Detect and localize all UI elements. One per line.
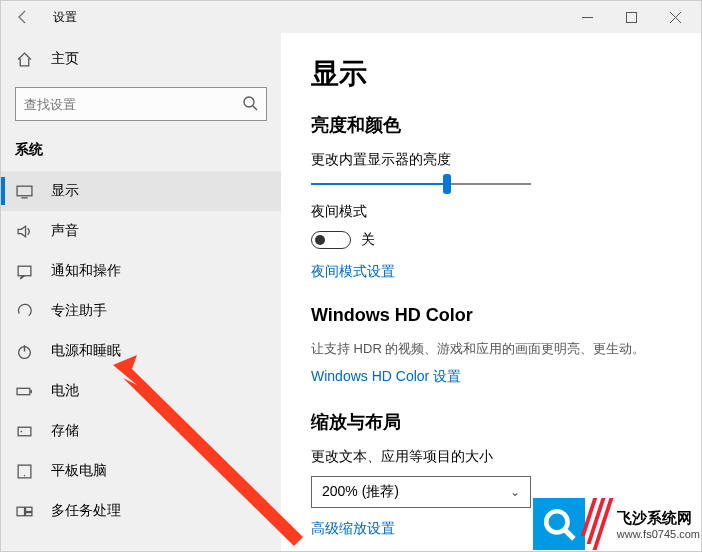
sidebar-item-power[interactable]: 电源和睡眠 (1, 331, 281, 371)
page-title: 显示 (311, 55, 671, 93)
sidebar-item-label: 声音 (51, 222, 79, 240)
nightlight-settings-link[interactable]: 夜间模式设置 (311, 263, 671, 281)
svg-rect-0 (626, 12, 636, 22)
sidebar-item-tablet[interactable]: 平板电脑 (1, 451, 281, 491)
svg-rect-6 (30, 389, 32, 392)
sidebar-item-label: 平板电脑 (51, 462, 107, 480)
svg-rect-11 (17, 507, 24, 516)
hdcolor-heading: Windows HD Color (311, 305, 671, 326)
svg-rect-12 (25, 507, 31, 511)
focus-icon (15, 303, 33, 320)
svg-point-10 (23, 475, 24, 476)
sidebar-item-storage[interactable]: 存储 (1, 411, 281, 451)
hdcolor-link[interactable]: Windows HD Color 设置 (311, 368, 671, 386)
search-input[interactable] (24, 97, 223, 112)
home-icon (15, 51, 33, 68)
brightness-label: 更改内置显示器的亮度 (311, 151, 671, 169)
multitask-icon (15, 503, 33, 520)
scale-combobox[interactable]: 200% (推荐) ⌄ (311, 476, 531, 508)
watermark: 飞沙系统网 www.fs0745.com (533, 498, 700, 550)
nightlight-toggle[interactable] (311, 231, 351, 249)
tablet-icon (15, 463, 33, 480)
watermark-logo-icon (533, 498, 585, 550)
svg-point-8 (20, 430, 22, 432)
hdcolor-desc: 让支持 HDR 的视频、游戏和应用的画面更明亮、更生动。 (311, 340, 671, 358)
power-icon (15, 343, 33, 360)
svg-point-1 (244, 97, 254, 107)
scale-heading: 缩放与布局 (311, 410, 671, 434)
brightness-slider[interactable] (311, 183, 531, 185)
svg-rect-5 (17, 388, 30, 394)
svg-rect-2 (17, 186, 32, 196)
nightlight-state: 关 (361, 231, 375, 249)
svg-rect-13 (25, 512, 31, 515)
window-title: 设置 (53, 9, 77, 26)
maximize-button[interactable] (609, 2, 653, 32)
sidebar-item-label: 通知和操作 (51, 262, 121, 280)
display-icon (15, 183, 33, 200)
titlebar: 设置 (1, 1, 701, 33)
home-button[interactable]: 主页 (1, 39, 281, 79)
sidebar-item-focus[interactable]: 专注助手 (1, 291, 281, 331)
scale-label: 更改文本、应用等项目的大小 (311, 448, 671, 466)
search-icon (242, 95, 258, 114)
minimize-button[interactable] (565, 2, 609, 32)
brightness-heading: 亮度和颜色 (311, 113, 671, 137)
sidebar-item-label: 专注助手 (51, 302, 107, 320)
back-button[interactable] (9, 3, 37, 31)
sidebar-item-label: 显示 (51, 182, 79, 200)
chevron-down-icon: ⌄ (510, 485, 520, 499)
sidebar-item-label: 存储 (51, 422, 79, 440)
watermark-name: 飞沙系统网 (617, 509, 700, 528)
home-label: 主页 (51, 50, 79, 68)
sidebar-item-multitask[interactable]: 多任务处理 (1, 491, 281, 531)
notification-icon (15, 263, 33, 280)
section-label: 系统 (1, 135, 281, 171)
scale-value: 200% (推荐) (322, 483, 399, 501)
close-button[interactable] (653, 2, 697, 32)
sidebar-item-label: 电池 (51, 382, 79, 400)
sidebar-item-sound[interactable]: 声音 (1, 211, 281, 251)
svg-point-15 (546, 511, 567, 532)
sidebar: 主页 系统 显示 声音 通知和操作 (1, 33, 281, 551)
sidebar-item-notifications[interactable]: 通知和操作 (1, 251, 281, 291)
svg-rect-3 (18, 266, 31, 276)
search-input-wrap[interactable] (15, 87, 267, 121)
main-content: 显示 亮度和颜色 更改内置显示器的亮度 夜间模式 关 夜间模式设置 Window… (281, 33, 701, 551)
sidebar-item-display[interactable]: 显示 (1, 171, 281, 211)
nightlight-label: 夜间模式 (311, 203, 671, 221)
sidebar-item-battery[interactable]: 电池 (1, 371, 281, 411)
svg-rect-7 (18, 427, 31, 436)
storage-icon (15, 423, 33, 440)
watermark-bars-icon (587, 498, 605, 550)
sound-icon (15, 223, 33, 240)
sidebar-item-label: 电源和睡眠 (51, 342, 121, 360)
battery-icon (15, 383, 33, 400)
sidebar-item-label: 多任务处理 (51, 502, 121, 520)
watermark-url: www.fs0745.com (617, 528, 700, 540)
